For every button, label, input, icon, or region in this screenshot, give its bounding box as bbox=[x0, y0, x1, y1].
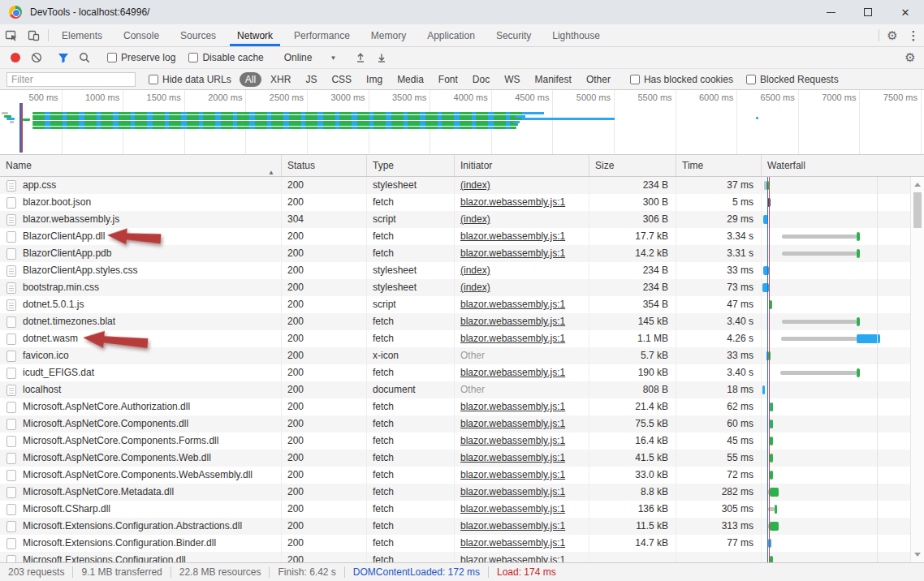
scroll-down-button[interactable] bbox=[911, 549, 924, 561]
tab-security[interactable]: Security bbox=[486, 24, 542, 46]
table-row[interactable]: Microsoft.AspNetCore.Components.Web.dll2… bbox=[0, 450, 924, 467]
table-row[interactable]: BlazorClientApp.styles.css200stylesheet(… bbox=[0, 262, 924, 279]
close-button[interactable]: ✕ bbox=[887, 0, 924, 24]
filter-pill-css[interactable]: CSS bbox=[326, 72, 357, 87]
table-row[interactable]: Microsoft.AspNetCore.Authorization.dll20… bbox=[0, 398, 924, 415]
request-name[interactable]: BlazorClientApp.dll bbox=[23, 228, 105, 245]
filter-pill-manifest[interactable]: Manifest bbox=[529, 72, 577, 87]
initiator-link[interactable]: blazor.webassembly.js:1 bbox=[460, 367, 565, 378]
network-overview[interactable]: 500 ms1000 ms1500 ms2000 ms2500 ms3000 m… bbox=[0, 90, 924, 155]
tab-memory[interactable]: Memory bbox=[361, 24, 417, 46]
has-blocked-cookies-checkbox[interactable]: Has blocked cookies bbox=[630, 74, 733, 85]
request-name[interactable]: dotnet.timezones.blat bbox=[23, 313, 115, 330]
initiator-link[interactable]: blazor.webassembly.js:1 bbox=[460, 418, 565, 429]
tab-network[interactable]: Network bbox=[227, 24, 283, 46]
more-options-icon[interactable]: ⋮ bbox=[903, 24, 924, 46]
request-name[interactable]: Microsoft.Extensions.Configuration.dll bbox=[23, 552, 186, 562]
table-row[interactable]: bootstrap.min.css200stylesheet(index)234… bbox=[0, 279, 924, 296]
table-row[interactable]: Microsoft.AspNetCore.Metadata.dll200fetc… bbox=[0, 484, 924, 501]
initiator-link[interactable]: blazor.webassembly.js:1 bbox=[460, 452, 565, 463]
minimize-button[interactable] bbox=[812, 0, 849, 24]
filter-pill-ws[interactable]: WS bbox=[499, 72, 525, 87]
table-row[interactable]: blazor.boot.json200fetchblazor.webassemb… bbox=[0, 194, 924, 211]
tab-application[interactable]: Application bbox=[417, 24, 486, 46]
filter-pill-doc[interactable]: Doc bbox=[467, 72, 495, 87]
table-row[interactable]: dotnet.5.0.1.js200scriptblazor.webassemb… bbox=[0, 296, 924, 313]
request-name[interactable]: Microsoft.AspNetCore.Components.Web.dll bbox=[23, 450, 211, 467]
tab-elements[interactable]: Elements bbox=[51, 24, 113, 46]
maximize-button[interactable] bbox=[849, 0, 887, 24]
initiator-link[interactable]: blazor.webassembly.js:1 bbox=[460, 520, 565, 532]
initiator-link[interactable]: blazor.webassembly.js:1 bbox=[460, 537, 565, 549]
filter-pill-media[interactable]: Media bbox=[391, 72, 430, 87]
request-name[interactable]: Microsoft.AspNetCore.Components.WebAssem… bbox=[23, 467, 253, 484]
table-row[interactable]: Microsoft.Extensions.Configuration.dll20… bbox=[0, 552, 924, 562]
request-name[interactable]: Microsoft.Extensions.Configuration.Binde… bbox=[23, 535, 216, 552]
initiator-link[interactable]: blazor.webassembly.js:1 bbox=[460, 247, 565, 259]
request-name[interactable]: dotnet.wasm bbox=[23, 330, 78, 347]
request-name[interactable]: app.css bbox=[23, 177, 56, 194]
request-name[interactable]: BlazorClientApp.pdb bbox=[23, 245, 111, 262]
column-header-name[interactable]: Name▲ bbox=[0, 155, 282, 176]
request-name[interactable]: favicon.ico bbox=[23, 347, 69, 364]
initiator-link[interactable]: blazor.webassembly.js:1 bbox=[460, 316, 565, 327]
request-name[interactable]: Microsoft.AspNetCore.Metadata.dll bbox=[23, 484, 174, 501]
filter-toggle-icon[interactable] bbox=[53, 48, 74, 67]
throttling-dropdown[interactable]: Online ▼ bbox=[284, 52, 337, 63]
request-name[interactable]: Microsoft.Extensions.Configuration.Abstr… bbox=[23, 518, 242, 535]
tab-performance[interactable]: Performance bbox=[283, 24, 361, 46]
table-row[interactable]: localhost200documentOther808 B18 ms bbox=[0, 381, 924, 398]
initiator-link[interactable]: blazor.webassembly.js:1 bbox=[460, 469, 565, 480]
filter-pill-js[interactable]: JS bbox=[300, 72, 322, 87]
export-har-icon[interactable] bbox=[371, 48, 392, 67]
preserve-log-checkbox[interactable]: Preserve log bbox=[107, 52, 175, 63]
table-row[interactable]: app.css200stylesheet(index)234 B37 ms bbox=[0, 177, 924, 194]
request-name[interactable]: blazor.webassembly.js bbox=[23, 211, 119, 228]
column-header-status[interactable]: Status bbox=[282, 155, 367, 176]
request-name[interactable]: bootstrap.min.css bbox=[23, 279, 99, 296]
filter-pill-xhr[interactable]: XHR bbox=[265, 72, 296, 87]
search-icon[interactable] bbox=[74, 48, 95, 67]
initiator-link[interactable]: blazor.webassembly.js:1 bbox=[460, 435, 565, 446]
column-header-size[interactable]: Size bbox=[589, 155, 676, 176]
clear-button[interactable] bbox=[26, 48, 47, 67]
column-header-time[interactable]: Time bbox=[676, 155, 762, 176]
initiator-link[interactable]: (index) bbox=[460, 213, 490, 225]
disable-cache-checkbox[interactable]: Disable cache bbox=[188, 52, 263, 63]
request-name[interactable]: Microsoft.CSharp.dll bbox=[23, 501, 110, 518]
filter-pill-img[interactable]: Img bbox=[361, 72, 388, 87]
request-name[interactable]: blazor.boot.json bbox=[23, 194, 91, 211]
table-row[interactable]: Microsoft.AspNetCore.Components.Forms.dl… bbox=[0, 433, 924, 450]
initiator-link[interactable]: blazor.webassembly.js:1 bbox=[460, 230, 565, 242]
blocked-requests-checkbox[interactable]: Blocked Requests bbox=[746, 74, 839, 85]
request-name[interactable]: Microsoft.AspNetCore.Components.dll bbox=[23, 415, 188, 433]
table-row[interactable]: icudt_EFIGS.dat200fetchblazor.webassembl… bbox=[0, 364, 924, 381]
record-button[interactable] bbox=[5, 48, 26, 67]
tab-console[interactable]: Console bbox=[113, 24, 170, 46]
settings-gear-icon[interactable]: ⚙ bbox=[882, 24, 903, 46]
import-har-icon[interactable] bbox=[350, 48, 371, 67]
tab-sources[interactable]: Sources bbox=[170, 24, 227, 46]
table-row[interactable]: Microsoft.AspNetCore.Components.WebAssem… bbox=[0, 467, 924, 484]
request-name[interactable]: dotnet.5.0.1.js bbox=[23, 296, 84, 313]
initiator-link[interactable]: blazor.webassembly.js:1 bbox=[460, 333, 565, 344]
table-row[interactable]: Microsoft.CSharp.dll200fetchblazor.webas… bbox=[0, 501, 924, 518]
request-name[interactable]: BlazorClientApp.styles.css bbox=[23, 262, 137, 279]
initiator-link[interactable]: blazor.webassembly.js:1 bbox=[460, 401, 565, 412]
column-header-initiator[interactable]: Initiator bbox=[455, 155, 589, 176]
initiator-link[interactable]: blazor.webassembly.js:1 bbox=[460, 299, 565, 310]
table-row[interactable]: Microsoft.Extensions.Configuration.Binde… bbox=[0, 535, 924, 552]
initiator-link[interactable]: (index) bbox=[460, 265, 490, 276]
filter-input[interactable] bbox=[6, 72, 136, 87]
table-row[interactable]: blazor.webassembly.js304script(index)306… bbox=[0, 211, 924, 228]
filter-pill-all[interactable]: All bbox=[240, 72, 261, 87]
table-row[interactable]: dotnet.timezones.blat200fetchblazor.weba… bbox=[0, 313, 924, 330]
device-toolbar-icon[interactable] bbox=[23, 24, 45, 46]
initiator-link[interactable]: (index) bbox=[460, 179, 490, 191]
column-header-waterfall[interactable]: Waterfall bbox=[762, 155, 924, 176]
filter-pill-font[interactable]: Font bbox=[433, 72, 464, 87]
inspect-element-icon[interactable] bbox=[0, 24, 23, 46]
filter-pill-other[interactable]: Other bbox=[581, 72, 616, 87]
initiator-link[interactable]: blazor.webassembly.js:1 bbox=[460, 486, 565, 497]
request-name[interactable]: icudt_EFIGS.dat bbox=[23, 364, 94, 381]
